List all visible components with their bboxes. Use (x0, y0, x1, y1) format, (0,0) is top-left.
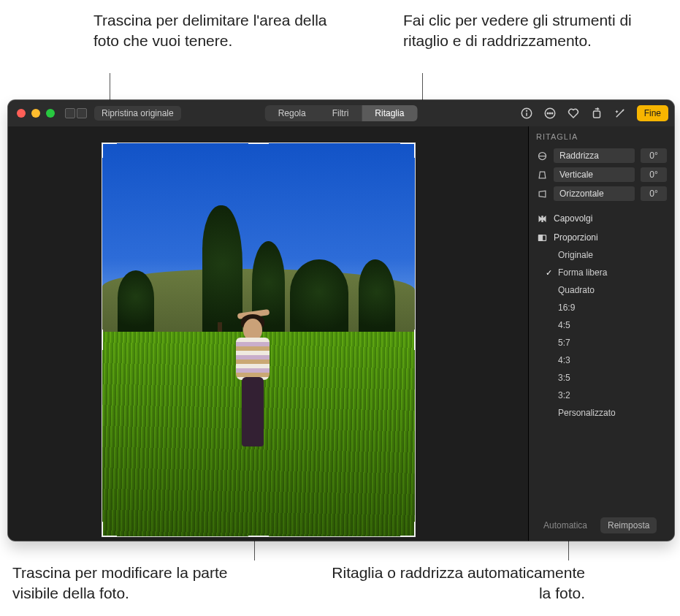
toolbar-right-tools: Fine (520, 100, 668, 126)
svg-rect-7 (593, 111, 600, 118)
callout-drag-photo: Trascina per modificare la parte visibil… (12, 563, 275, 604)
aspect-custom-label: Personalizzato (554, 408, 616, 418)
straighten-icon (536, 150, 548, 161)
done-button[interactable]: Fine (637, 105, 668, 121)
vertical-perspective-icon (536, 169, 548, 180)
callout-line (254, 541, 255, 560)
aspect-ratio-header: Proporzioni (536, 232, 667, 243)
callout-auto: Ritaglia o raddrizza automaticamente la … (322, 563, 585, 604)
sidebar-title: RITAGLIA (536, 132, 667, 141)
titlebar: Ripristina originale Regola Filtri Ritag… (8, 100, 674, 126)
vertical-row: Verticale 0° (536, 167, 667, 182)
crop-handle-left[interactable] (102, 330, 103, 350)
aspect-3-5-label: 3:5 (554, 373, 570, 383)
aspect-3-2-label: 3:2 (554, 390, 570, 400)
aspect-square-label: Quadrato (554, 285, 595, 295)
aspect-4-5-label: 4:5 (554, 320, 570, 330)
vertical-slider[interactable]: Verticale (554, 167, 635, 182)
svg-rect-11 (538, 235, 542, 240)
sidebar-footer: Automatica Reimposta (536, 510, 667, 533)
horizontal-perspective-icon (536, 188, 548, 199)
svg-point-5 (549, 113, 551, 114)
crop-handle-top-left[interactable] (102, 142, 117, 158)
app-body: RITAGLIA Raddrizza 0° Verticale 0° Or (8, 126, 674, 541)
window-controls (17, 109, 55, 118)
aspect-ratio-list: Originale ✓Forma libera Quadrato 16:9 4:… (536, 246, 667, 422)
straighten-value[interactable]: 0° (641, 148, 667, 163)
crop-frame[interactable] (102, 142, 416, 537)
tab-adjust[interactable]: Regola (265, 105, 319, 121)
aspect-freeform-label: Forma libera (554, 267, 607, 278)
crop-handle-bottom-left[interactable] (102, 522, 117, 537)
restore-original-button[interactable]: Ripristina originale (94, 106, 181, 121)
favorite-heart-icon[interactable] (567, 107, 580, 120)
flip-button[interactable]: Capovolgi (536, 213, 667, 224)
tab-crop[interactable]: Ritaglia (362, 105, 417, 121)
aspect-ratio-icon (536, 232, 548, 243)
crop-handle-bottom-right[interactable] (400, 522, 416, 537)
view-mode-toggle[interactable] (65, 108, 87, 118)
info-icon[interactable] (520, 107, 533, 120)
aspect-3-5[interactable]: 3:5 (536, 369, 667, 387)
crop-handle-top[interactable] (248, 142, 269, 144)
vertical-value[interactable]: 0° (641, 167, 667, 182)
svg-point-6 (551, 113, 553, 114)
photo-content[interactable] (102, 143, 415, 536)
reset-button[interactable]: Reimposta (600, 517, 657, 533)
callout-line (568, 541, 569, 560)
aspect-3-2[interactable]: 3:2 (536, 387, 667, 404)
horizontal-slider[interactable]: Orizzontale (554, 186, 635, 201)
aspect-freeform[interactable]: ✓Forma libera (536, 264, 667, 281)
fullscreen-window-button[interactable] (46, 109, 55, 118)
auto-enhance-icon[interactable] (614, 107, 627, 120)
minimize-window-button[interactable] (31, 109, 40, 118)
aspect-square[interactable]: Quadrato (536, 281, 667, 299)
horizontal-value[interactable]: 0° (641, 186, 667, 201)
tab-filters[interactable]: Filtri (319, 105, 362, 121)
aspect-custom[interactable]: Personalizzato (536, 404, 667, 422)
crop-sidebar: RITAGLIA Raddrizza 0° Verticale 0° Or (528, 126, 674, 541)
aspect-5-7[interactable]: 5:7 (536, 334, 667, 351)
aspect-4-5[interactable]: 4:5 (536, 316, 667, 334)
aspect-4-3[interactable]: 4:3 (536, 351, 667, 369)
horizontal-row: Orizzontale 0° (536, 186, 667, 201)
callout-crop-tools: Fai clic per vedere gli strumenti di rit… (403, 10, 644, 51)
edit-mode-segmented-control: Regola Filtri Ritaglia (265, 105, 418, 121)
canvas-area (8, 126, 528, 541)
aspect-16-9-label: 16:9 (554, 303, 575, 313)
auto-crop-button[interactable]: Automatica (536, 517, 595, 533)
straighten-slider[interactable]: Raddrizza (554, 148, 635, 163)
straighten-row: Raddrizza 0° (536, 148, 667, 163)
svg-point-4 (547, 113, 549, 114)
aspect-ratio-title: Proporzioni (554, 232, 598, 243)
flip-icon (536, 213, 548, 224)
crop-handle-bottom[interactable] (248, 536, 269, 537)
crop-handle-right[interactable] (414, 330, 416, 350)
flip-label: Capovolgi (554, 213, 592, 224)
crop-handle-top-right[interactable] (400, 142, 416, 158)
aspect-original-label: Originale (554, 250, 593, 260)
aspect-5-7-label: 5:7 (554, 338, 570, 348)
rotate-icon[interactable] (590, 107, 603, 120)
callout-crop-area: Trascina per delimitare l'area della fot… (93, 10, 335, 51)
svg-point-2 (526, 110, 527, 111)
aspect-original[interactable]: Originale (536, 246, 667, 264)
aspect-4-3-label: 4:3 (554, 355, 570, 365)
person-subject (227, 308, 278, 462)
photos-edit-window: Ripristina originale Regola Filtri Ritag… (8, 100, 674, 541)
aspect-16-9[interactable]: 16:9 (536, 299, 667, 316)
close-window-button[interactable] (17, 109, 26, 118)
more-icon[interactable] (543, 107, 557, 120)
